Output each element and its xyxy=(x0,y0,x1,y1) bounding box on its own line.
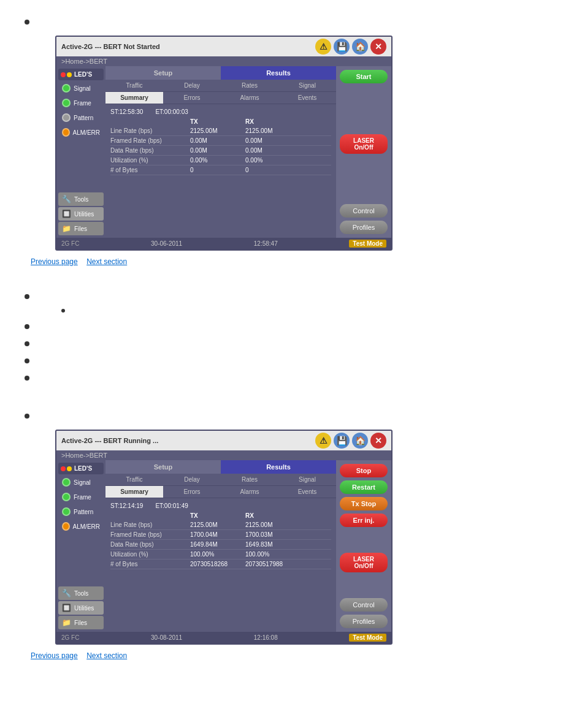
subtab-signal-1[interactable]: Signal xyxy=(278,80,336,91)
led-red-1 xyxy=(61,72,66,77)
subtab-events-1[interactable]: Events xyxy=(278,92,336,104)
link-prev[interactable]: Previous page xyxy=(31,257,78,266)
txstop-button[interactable]: Tx Stop xyxy=(340,497,388,510)
panel-main-2: Setup Results Traffic Delay Rates Signal… xyxy=(105,460,336,632)
laser-button-2[interactable]: LASER On/Off xyxy=(340,553,388,572)
files-button-1[interactable]: 📁 Files xyxy=(58,222,104,235)
subtab-errors-2[interactable]: Errors xyxy=(163,486,221,498)
sub-tab-bar-bot-1: Summary Errors Alarms Events xyxy=(105,92,336,104)
subtab-delay-1[interactable]: Delay xyxy=(163,80,221,91)
close-icon-2[interactable]: ✕ xyxy=(370,433,386,449)
sub-tab-bar-top-1: Traffic Delay Rates Signal xyxy=(105,80,336,92)
errinj-button[interactable]: Err inj. xyxy=(340,514,388,527)
table-row: Data Rate (bps) 0.00M 0.00M xyxy=(110,146,331,156)
bullet-icon-3 xyxy=(25,324,29,329)
pattern-label-1: Pattern xyxy=(74,115,93,121)
row-label: Utilization (%) xyxy=(110,551,190,558)
subtab-alarms-1[interactable]: Alarms xyxy=(221,92,278,104)
sub-tab-bar-top-2: Traffic Delay Rates Signal xyxy=(105,474,336,486)
row-label: # of Bytes xyxy=(110,561,190,567)
leds-button-2[interactable]: LED'S xyxy=(58,463,104,474)
restart-button[interactable]: Restart xyxy=(340,480,388,494)
sidebar-pattern-2[interactable]: Pattern xyxy=(58,505,104,518)
titlebar-icons-2: ⚠ 💾 🏠 ✕ xyxy=(315,433,386,449)
tx-rx-header-1: TX RX xyxy=(110,117,331,126)
close-icon-1[interactable]: ✕ xyxy=(370,39,386,55)
save-icon-1[interactable]: 💾 xyxy=(334,39,350,55)
subtab-summary-1[interactable]: Summary xyxy=(105,92,163,104)
sidebar-frame-2[interactable]: Frame xyxy=(58,490,104,504)
breadcrumb-1: >Home->BERT xyxy=(56,56,391,66)
tab-results-2[interactable]: Results xyxy=(221,460,336,474)
tools-button-1[interactable]: 🔧 Tools xyxy=(58,192,104,206)
link-prev-2[interactable]: Previous page xyxy=(31,651,78,660)
led-yellow-1 xyxy=(67,72,72,77)
subtab-rates-2[interactable]: Rates xyxy=(221,474,278,485)
profiles-button-2[interactable]: Profiles xyxy=(340,615,388,628)
bullet-icon-5 xyxy=(25,358,29,363)
panel-titlebar-1: Active-2G --- BERT Not Started ⚠ 💾 🏠 ✕ xyxy=(56,37,391,56)
home-icon-1[interactable]: 🏠 xyxy=(352,39,368,55)
subtab-rates-1[interactable]: Rates xyxy=(221,80,278,91)
profiles-button-1[interactable]: Profiles xyxy=(340,221,388,234)
end-time-1: ET:00:00:03 xyxy=(155,108,188,115)
control-button-2[interactable]: Control xyxy=(340,598,388,612)
signal-indicator-1 xyxy=(62,84,71,93)
files-button-2[interactable]: 📁 Files xyxy=(58,616,104,629)
subtab-errors-1[interactable]: Errors xyxy=(163,92,221,104)
row-label: # of Bytes xyxy=(110,167,190,173)
leds-label-2: LED'S xyxy=(74,465,92,472)
table-row: Line Rate (bps) 2125.00M 2125.00M xyxy=(110,126,331,136)
utilities-button-2[interactable]: 🔲 Utilities xyxy=(58,601,104,615)
subtab-traffic-1[interactable]: Traffic xyxy=(105,80,163,91)
sidebar-almerr-2[interactable]: ALM/ERR xyxy=(58,520,104,533)
control-button-1[interactable]: Control xyxy=(340,204,388,218)
home-icon-2[interactable]: 🏠 xyxy=(352,433,368,449)
sub-bullet-row-1 xyxy=(43,306,545,317)
row-label: Framed Rate (bps) xyxy=(110,137,190,144)
row-label: Line Rate (bps) xyxy=(110,127,190,134)
laser-button-1[interactable]: LASER On/Off xyxy=(340,134,388,154)
warning-icon-1[interactable]: ⚠ xyxy=(315,39,331,55)
stop-button[interactable]: Stop xyxy=(340,464,388,477)
subtab-events-2[interactable]: Events xyxy=(278,486,336,498)
subtab-traffic-2[interactable]: Traffic xyxy=(105,474,163,485)
sidebar-signal-1[interactable]: Signal xyxy=(58,82,104,95)
leds-button-1[interactable]: LED'S xyxy=(58,69,104,80)
bullet-icon-2 xyxy=(25,294,29,299)
subtab-summary-2[interactable]: Summary xyxy=(105,486,163,498)
utilities-button-1[interactable]: 🔲 Utilities xyxy=(58,207,104,221)
link-next[interactable]: Next section xyxy=(86,257,127,266)
tab-setup-1[interactable]: Setup xyxy=(105,66,221,80)
time-label-1: 12:58:47 xyxy=(254,240,278,247)
tab-setup-2[interactable]: Setup xyxy=(105,460,221,474)
warning-icon-2[interactable]: ⚠ xyxy=(315,433,331,449)
save-icon-2[interactable]: 💾 xyxy=(334,433,350,449)
almerr-label-2: ALM/ERR xyxy=(73,523,100,530)
sub-bullet-icon-1 xyxy=(61,309,65,313)
sidebar-frame-1[interactable]: Frame xyxy=(58,96,104,110)
testmode-badge-2: Test Mode xyxy=(349,634,386,642)
led-yellow-2 xyxy=(67,466,72,471)
sidebar-signal-2[interactable]: Signal xyxy=(58,476,104,489)
utilities-label-2: Utilities xyxy=(74,605,94,612)
subtab-delay-2[interactable]: Delay xyxy=(163,474,221,485)
subtab-signal-2[interactable]: Signal xyxy=(278,474,336,485)
sidebar-pattern-1[interactable]: Pattern xyxy=(58,111,104,124)
frame-indicator-2 xyxy=(62,493,71,501)
tools-button-2[interactable]: 🔧 Tools xyxy=(58,586,104,600)
sidebar-almerr-1[interactable]: ALM/ERR xyxy=(58,126,104,139)
pattern-indicator-2 xyxy=(62,507,71,516)
link-next-2[interactable]: Next section xyxy=(86,651,127,660)
panel-bert-running: Active-2G --- BERT Running ... ⚠ 💾 🏠 ✕ >… xyxy=(55,430,393,645)
row-tx: 2125.00M xyxy=(190,521,245,528)
start-time-2: ST:12:14:19 xyxy=(110,502,143,509)
subtab-alarms-2[interactable]: Alarms xyxy=(221,486,278,498)
row-tx: 1649.84M xyxy=(190,541,245,548)
pattern-label-2: Pattern xyxy=(74,509,93,515)
bullet-icon-7 xyxy=(25,414,29,419)
start-button-1[interactable]: Start xyxy=(340,70,388,83)
date-label-1: 30-06-2011 xyxy=(151,240,182,247)
tab-results-1[interactable]: Results xyxy=(221,66,336,80)
row-rx: 100.00% xyxy=(245,551,301,558)
